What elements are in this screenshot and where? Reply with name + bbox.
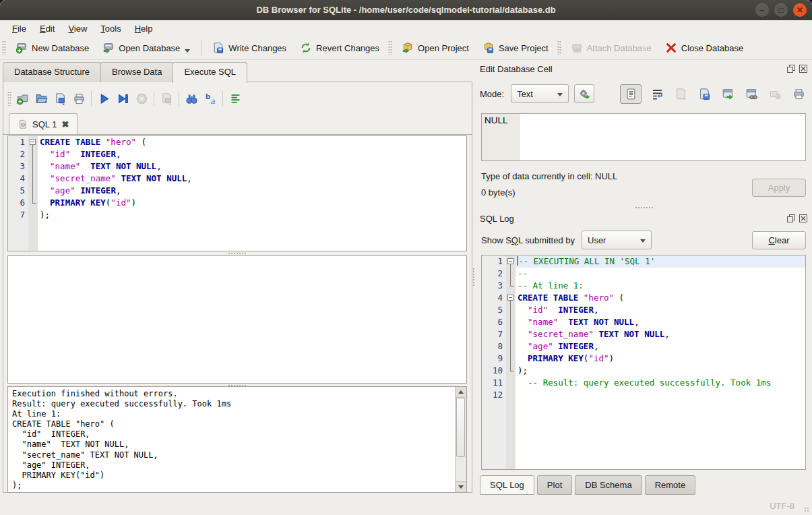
text-mode-button[interactable] bbox=[620, 84, 642, 104]
float-panel-icon[interactable] bbox=[786, 64, 796, 73]
clear-log-button[interactable]: Clear bbox=[752, 231, 806, 249]
cell-mode-row: Mode: Text bbox=[480, 84, 807, 104]
close-tab-icon[interactable]: ✖ bbox=[61, 119, 69, 129]
import-data-icon bbox=[675, 88, 687, 100]
sql-toolbar-separator bbox=[154, 91, 154, 106]
new-sql-tab-icon bbox=[16, 92, 29, 105]
sql-log-view[interactable]: 1-- EXECUTING ALL IN 'SQL 1'2--3-- At li… bbox=[481, 255, 806, 470]
cell-type-text: Type of data currently in cell: NULL bbox=[481, 171, 617, 181]
message-scrollbar[interactable] bbox=[455, 387, 466, 492]
save-sql-file-button[interactable] bbox=[51, 89, 69, 108]
find-button[interactable] bbox=[182, 89, 201, 108]
open-database-label: Open Database bbox=[119, 43, 180, 53]
save-project-icon bbox=[482, 42, 495, 54]
window-title: DB Browser for SQLite - /home/user/code/… bbox=[0, 0, 812, 20]
open-database-dropdown-caret[interactable] bbox=[185, 49, 190, 53]
format-sql-button[interactable] bbox=[226, 89, 245, 108]
write-changes-button[interactable]: Write Changes bbox=[206, 39, 293, 57]
attach-database-label: Attach Database bbox=[587, 43, 652, 53]
sql-toolbar-separator bbox=[222, 91, 223, 106]
cell-value-editor[interactable]: NULL bbox=[481, 113, 806, 161]
save-as-button[interactable] bbox=[696, 86, 712, 102]
tab-database-structure[interactable]: Database Structure bbox=[3, 62, 101, 82]
toolbar-separator bbox=[201, 40, 201, 56]
sql-doc-tab-label: SQL 1 bbox=[32, 119, 57, 129]
execution-message-pane[interactable]: Execution finished without errors.Result… bbox=[7, 386, 467, 493]
new-sql-tab-button[interactable] bbox=[13, 89, 32, 108]
new-database-icon bbox=[15, 42, 28, 54]
toolbar-drag-handle[interactable] bbox=[388, 40, 392, 55]
execute-current-line-icon bbox=[117, 92, 129, 105]
sql-toolbar-drag-handle[interactable] bbox=[7, 91, 11, 106]
open-sql-file-button[interactable] bbox=[32, 89, 51, 108]
submitted-by-combobox[interactable]: User bbox=[582, 231, 652, 249]
remove-link-icon bbox=[769, 88, 782, 100]
resize-grip[interactable] bbox=[804, 507, 809, 512]
stop-icon bbox=[135, 92, 148, 105]
tab-execute-sql[interactable]: Execute SQL bbox=[173, 62, 247, 83]
encoding-indicator[interactable]: UTF-8 bbox=[770, 501, 794, 511]
sql-log-filter-row: Show SQL submitted by User Clear bbox=[481, 229, 806, 251]
cell-editor-gutter: NULL bbox=[482, 114, 520, 160]
execute-all-button[interactable] bbox=[94, 89, 113, 108]
tab-remote[interactable]: Remote bbox=[645, 475, 696, 495]
right-dock: Edit Database Cell Mode: Text bbox=[476, 59, 812, 515]
results-table-pane[interactable] bbox=[7, 255, 467, 384]
open-database-icon bbox=[102, 42, 115, 54]
print-sql-button[interactable] bbox=[69, 89, 88, 108]
auto-switch-mode-button[interactable] bbox=[574, 84, 594, 103]
maximize-button[interactable]: □ bbox=[774, 3, 788, 17]
minimize-button[interactable]: – bbox=[755, 3, 769, 17]
sql-log-code: 1-- EXECUTING ALL IN 'SQL 1'2--3-- At li… bbox=[482, 255, 805, 469]
print-cell-icon bbox=[792, 88, 805, 100]
submitted-by-combo-caret bbox=[640, 239, 646, 243]
apply-button: Apply bbox=[752, 179, 806, 197]
menubar: File Edit View Tools Help bbox=[0, 20, 812, 36]
find-replace-button[interactable]: ba bbox=[201, 89, 220, 108]
scroll-down-arrow[interactable] bbox=[456, 481, 466, 492]
save-results-button bbox=[157, 89, 176, 108]
toolbar-drag-handle[interactable] bbox=[2, 40, 6, 55]
menu-view[interactable]: View bbox=[61, 22, 94, 36]
menu-file[interactable]: File bbox=[5, 22, 33, 36]
revert-changes-label: Revert Changes bbox=[316, 43, 379, 53]
save-project-button[interactable]: Save Project bbox=[476, 39, 555, 57]
menu-tools[interactable]: Tools bbox=[94, 22, 127, 36]
sql-doc-tab[interactable]: SQL 1 ✖ bbox=[9, 113, 77, 134]
scrollbar-thumb[interactable] bbox=[456, 398, 465, 457]
sql-file-icon bbox=[18, 119, 28, 129]
open-external-button[interactable] bbox=[720, 86, 736, 102]
execute-current-line-button[interactable] bbox=[113, 89, 132, 108]
open-project-button[interactable]: Open Project bbox=[395, 39, 476, 57]
sql-toolbar: ba bbox=[6, 87, 245, 110]
word-wrap-icon bbox=[651, 88, 664, 100]
float-panel-icon[interactable] bbox=[786, 214, 796, 223]
scroll-up-arrow[interactable] bbox=[456, 387, 466, 398]
menu-help[interactable]: Help bbox=[128, 22, 160, 36]
tab-browse-data[interactable]: Browse Data bbox=[100, 62, 173, 82]
tab-plot[interactable]: Plot bbox=[537, 475, 572, 495]
mode-combobox[interactable]: Text bbox=[511, 84, 569, 103]
open-database-button[interactable]: Open Database bbox=[96, 39, 197, 57]
tab-sql-log[interactable]: SQL Log bbox=[480, 475, 534, 495]
sql-editor[interactable]: 1CREATE TABLE "hero" (2 "id" INTEGER,3 "… bbox=[7, 135, 467, 251]
print-cell-button[interactable] bbox=[790, 86, 807, 102]
new-database-button[interactable]: New Database bbox=[9, 39, 96, 57]
dock-splitter-handle[interactable] bbox=[476, 205, 812, 210]
mode-value: Text bbox=[517, 89, 552, 99]
open-sql-file-icon bbox=[35, 92, 48, 105]
revert-changes-button[interactable]: Revert Changes bbox=[293, 39, 386, 57]
close-button[interactable]: ✕ bbox=[793, 3, 807, 17]
filter-label: Show SQL submitted by bbox=[481, 235, 575, 245]
close-panel-icon[interactable] bbox=[799, 214, 808, 223]
word-wrap-button[interactable] bbox=[649, 86, 665, 102]
edit-cell-header: Edit Database Cell bbox=[480, 62, 808, 75]
close-panel-icon[interactable] bbox=[799, 64, 808, 73]
toolbar-drag-handle[interactable] bbox=[557, 40, 561, 55]
tab-db-schema[interactable]: DB Schema bbox=[575, 475, 642, 495]
menu-edit[interactable]: Edit bbox=[33, 22, 61, 36]
close-database-button[interactable]: Close Database bbox=[658, 39, 751, 57]
save-sql-file-icon bbox=[54, 92, 67, 105]
sql-log-header: SQL Log bbox=[480, 212, 808, 225]
set-link-button[interactable] bbox=[743, 86, 759, 102]
